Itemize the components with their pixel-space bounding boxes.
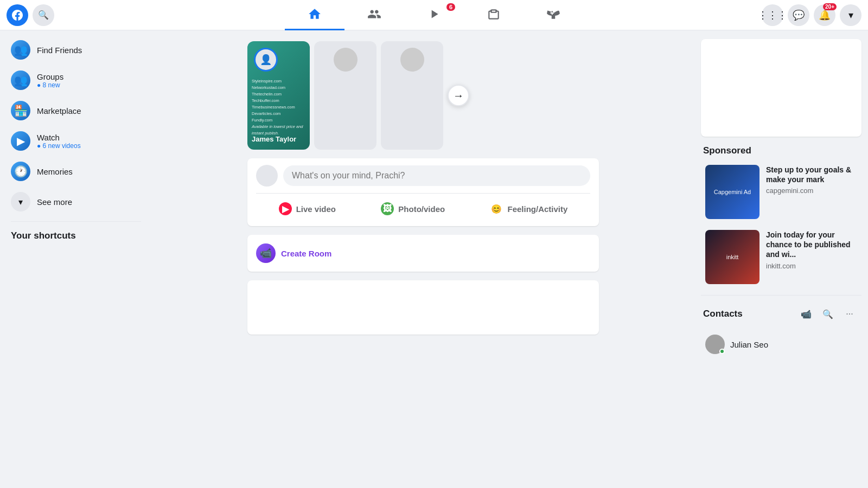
sidebar-item-watch[interactable]: ▶ Watch ● 6 new videos [4, 126, 148, 156]
live-video-button[interactable]: ▶ Live video [270, 198, 344, 220]
account-menu-button[interactable]: ▾ [840, 4, 861, 26]
contacts-title: Contacts [703, 309, 743, 319]
contacts-section: Contacts 📹 🔍 ··· Julian Seo [701, 304, 861, 358]
ad-banner [701, 39, 861, 137]
live-video-icon: ▶ [279, 202, 292, 215]
create-room-label: Create Room [281, 249, 331, 258]
memories-icon: 🕐 [11, 162, 30, 181]
groups-icon: 👥 [11, 70, 30, 90]
memories-label: Memories [37, 167, 73, 176]
inkitt-domain: inkitt.com [766, 262, 857, 270]
inkitt-ad-title: Join today for your chance to be publish… [766, 230, 857, 260]
stories-next-button[interactable]: → [448, 85, 469, 106]
contacts-divider [701, 295, 861, 296]
sidebar-item-marketplace[interactable]: 🏪 Marketplace [4, 95, 148, 126]
sponsored-text-capgemini: Step up to your goals & make your mark c… [766, 165, 857, 219]
sidebar-item-memories[interactable]: 🕐 Memories [4, 156, 148, 187]
live-video-label: Live video [296, 204, 336, 214]
post-input-row [256, 165, 590, 194]
contacts-video-button[interactable]: 📹 [796, 304, 816, 324]
nav-gaming[interactable] [524, 0, 583, 30]
capgemini-ad-title: Step up to your goals & make your mark [766, 165, 857, 184]
facebook-logo[interactable] [7, 4, 28, 26]
post-user-avatar [256, 165, 278, 187]
top-navigation: 🔍 6 ⋮⋮⋮ 💬 🔔 20+ ▾ [0, 0, 868, 30]
sponsored-item-inkitt[interactable]: inkitt Join today for your chance to be … [703, 228, 859, 286]
contacts-header: Contacts 📹 🔍 ··· [703, 304, 859, 324]
watch-sub: ● 6 new videos [37, 142, 81, 150]
contacts-search-button[interactable]: 🔍 [818, 304, 838, 324]
online-indicator [719, 349, 725, 354]
nav-marketplace[interactable] [464, 0, 524, 30]
find-friends-label: Find Friends [37, 46, 82, 55]
contact-name-julian: Julian Seo [730, 340, 768, 349]
contact-item-julian[interactable]: Julian Seo [703, 330, 859, 358]
watch-label: Watch [37, 133, 81, 142]
story-james-name: James Taylor [252, 135, 305, 143]
marketplace-label: Marketplace [37, 106, 81, 115]
create-room-icon: 📹 [256, 243, 276, 263]
story-avatar: 👤 [254, 48, 278, 72]
capgemini-domain: capgemini.com [766, 187, 857, 195]
apps-button[interactable]: ⋮⋮⋮ [762, 4, 783, 26]
stories-row: 👤 Styleinspire.com Networkustad.com Thet… [247, 41, 599, 150]
groups-label: Groups [37, 72, 63, 81]
watch-icon: ▶ [11, 131, 30, 151]
photo-video-label: Photo/video [398, 204, 445, 214]
right-sidebar: Sponsored Capgemini Ad Step up to your g… [694, 30, 868, 488]
contacts-more-button[interactable]: ··· [840, 304, 859, 324]
story-blank-2[interactable] [381, 41, 443, 150]
story-james-taylor[interactable]: 👤 Styleinspire.com Networkustad.com Thet… [247, 41, 310, 150]
watch-badge: 6 [446, 3, 455, 11]
contacts-icons: 📹 🔍 ··· [796, 304, 859, 324]
sponsored-img-inkitt: inkitt [705, 230, 760, 284]
see-more-label: See more [37, 197, 72, 207]
sidebar-divider [11, 221, 141, 222]
chevron-down-icon: ▾ [11, 192, 30, 211]
post-box: ▶ Live video 🖼 Photo/video 😊 Feeling/Act… [247, 158, 599, 226]
nav-home[interactable] [285, 0, 344, 30]
topnav-left: 🔍 [7, 4, 115, 26]
sidebar-item-find-friends[interactable]: 👥 Find Friends [4, 35, 148, 65]
sponsored-item-capgemini[interactable]: Capgemini Ad Step up to your goals & mak… [703, 163, 859, 221]
feed-post [247, 280, 599, 335]
contact-avatar-julian [705, 335, 725, 354]
post-actions: ▶ Live video 🖼 Photo/video 😊 Feeling/Act… [256, 198, 590, 220]
feeling-label: Feeling/Activity [507, 204, 567, 214]
find-friends-icon: 👥 [11, 40, 30, 60]
shortcuts-title: Your shortcuts [4, 226, 148, 243]
topnav-right: ⋮⋮⋮ 💬 🔔 20+ ▾ [753, 4, 861, 26]
notifications-button[interactable]: 🔔 20+ [814, 4, 835, 26]
story-content: Styleinspire.com Networkustad.com Thetec… [247, 74, 310, 141]
photo-video-button[interactable]: 🖼 Photo/video [372, 198, 454, 220]
sidebar-item-groups[interactable]: 👥 Groups ● 8 new [4, 65, 148, 95]
create-room-box: 📹 Create Room [247, 235, 599, 272]
topnav-center: 6 [115, 0, 753, 30]
sponsored-section: Sponsored Capgemini Ad Step up to your g… [701, 145, 861, 286]
left-sidebar: 👥 Find Friends 👥 Groups ● 8 new 🏪 Market… [0, 30, 152, 488]
sponsored-text-inkitt: Join today for your chance to be publish… [766, 230, 857, 284]
photo-video-icon: 🖼 [381, 202, 394, 215]
groups-sub: ● 8 new [37, 81, 63, 89]
feeling-icon: 😊 [490, 202, 503, 215]
create-room-button[interactable]: 📹 Create Room [256, 243, 590, 263]
nav-friends[interactable] [344, 0, 404, 30]
sponsored-title: Sponsored [703, 145, 859, 156]
notif-badge: 20+ [823, 3, 837, 10]
marketplace-icon: 🏪 [11, 101, 30, 120]
messenger-button[interactable]: 💬 [788, 4, 809, 26]
post-input[interactable] [283, 165, 590, 186]
sponsored-img-capgemini: Capgemini Ad [705, 165, 760, 219]
main-content: 👤 Styleinspire.com Networkustad.com Thet… [239, 30, 608, 488]
nav-watch[interactable]: 6 [404, 0, 464, 30]
story-blank-1[interactable] [314, 41, 376, 150]
page-layout: 👥 Find Friends 👥 Groups ● 8 new 🏪 Market… [0, 30, 868, 488]
search-button[interactable]: 🔍 [33, 4, 54, 26]
see-more-button[interactable]: ▾ See more [4, 187, 148, 217]
feeling-button[interactable]: 😊 Feeling/Activity [481, 198, 576, 220]
